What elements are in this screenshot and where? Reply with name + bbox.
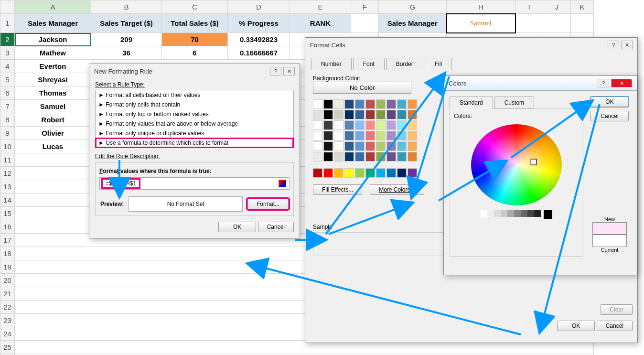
color-swatch[interactable] bbox=[386, 152, 396, 161]
ok-button[interactable]: OK bbox=[218, 222, 256, 232]
cell-F1[interactable] bbox=[351, 14, 379, 33]
color-swatch[interactable] bbox=[313, 152, 322, 161]
help-icon[interactable]: ? bbox=[270, 67, 281, 75]
color-swatch[interactable] bbox=[376, 110, 386, 119]
color-swatch[interactable] bbox=[344, 141, 354, 151]
color-swatch[interactable] bbox=[365, 120, 375, 130]
color-swatch[interactable] bbox=[386, 141, 396, 151]
color-swatch[interactable] bbox=[355, 120, 365, 130]
cell-B3[interactable]: 36 bbox=[91, 46, 162, 60]
col-header-B[interactable]: B bbox=[91, 0, 162, 14]
color-swatch[interactable] bbox=[376, 141, 386, 151]
color-swatch[interactable] bbox=[344, 131, 354, 140]
color-swatch[interactable] bbox=[313, 110, 322, 119]
rule-type-item-selected[interactable]: ► Use a formula to determine which cells… bbox=[96, 138, 293, 148]
color-swatch[interactable] bbox=[323, 99, 333, 109]
row-header-3[interactable]: 3 bbox=[0, 46, 15, 60]
row-header-4[interactable]: 4 bbox=[0, 60, 15, 73]
rule-type-list[interactable]: ► Format all cells based on their values… bbox=[95, 90, 294, 148]
cancel-button[interactable]: Cancel bbox=[597, 321, 633, 331]
color-swatch[interactable] bbox=[365, 110, 375, 119]
row-header-10[interactable]: 10 bbox=[0, 140, 15, 153]
cell-E1[interactable]: RANK bbox=[290, 14, 351, 33]
color-swatch[interactable] bbox=[408, 99, 417, 109]
cell-K1[interactable] bbox=[571, 14, 594, 33]
color-swatch[interactable] bbox=[344, 110, 354, 119]
color-swatch[interactable] bbox=[344, 99, 354, 109]
color-swatch[interactable] bbox=[313, 120, 322, 130]
color-swatch[interactable] bbox=[397, 120, 407, 130]
col-header-K[interactable]: K bbox=[571, 0, 594, 14]
color-swatch[interactable] bbox=[334, 141, 343, 151]
color-swatch[interactable] bbox=[408, 131, 417, 140]
ok-button[interactable]: OK bbox=[590, 97, 629, 107]
color-swatch[interactable] bbox=[397, 152, 407, 161]
row-header-1[interactable]: 1 bbox=[0, 14, 15, 33]
grayscale-strip[interactable] bbox=[454, 210, 579, 219]
tab-font[interactable]: Font bbox=[353, 58, 385, 70]
format-button[interactable]: Format... bbox=[247, 199, 289, 209]
clear-button[interactable]: Clear bbox=[601, 304, 633, 315]
color-swatch[interactable] bbox=[334, 168, 343, 178]
row-header-2[interactable]: 2 bbox=[0, 33, 15, 46]
col-header-D[interactable]: D bbox=[228, 0, 290, 14]
cell-A8[interactable]: Robert bbox=[15, 113, 91, 127]
color-swatch[interactable] bbox=[355, 141, 365, 151]
cell-A4[interactable]: Everton bbox=[15, 60, 91, 73]
color-swatch[interactable] bbox=[408, 152, 417, 161]
color-swatch[interactable] bbox=[397, 168, 407, 178]
color-swatch[interactable] bbox=[323, 141, 333, 151]
corner-cell[interactable] bbox=[0, 0, 15, 14]
color-swatch[interactable] bbox=[397, 99, 407, 109]
row-header-6[interactable]: 6 bbox=[0, 86, 15, 100]
color-swatch[interactable] bbox=[397, 141, 407, 151]
color-swatch[interactable] bbox=[334, 131, 343, 140]
color-swatch[interactable] bbox=[408, 168, 417, 178]
color-swatch[interactable] bbox=[365, 131, 375, 140]
color-swatch[interactable] bbox=[408, 141, 417, 151]
cell-G1[interactable]: Sales Manager bbox=[379, 14, 447, 33]
color-swatch[interactable] bbox=[386, 99, 396, 109]
row-header-9[interactable]: 9 bbox=[0, 127, 15, 140]
cell-A7[interactable]: Samuel bbox=[15, 100, 91, 113]
color-swatch[interactable] bbox=[376, 131, 386, 140]
color-swatch[interactable] bbox=[355, 99, 365, 109]
col-header-F[interactable]: F bbox=[351, 0, 379, 14]
cell-I1[interactable] bbox=[515, 14, 543, 33]
color-swatch[interactable] bbox=[313, 131, 322, 140]
tab-number[interactable]: Number bbox=[311, 58, 352, 70]
rule-type-item[interactable]: ► Format only unique or duplicate values bbox=[96, 129, 293, 138]
color-swatch[interactable] bbox=[386, 120, 396, 130]
tab-custom[interactable]: Custom bbox=[494, 97, 534, 109]
row-header-8[interactable]: 8 bbox=[0, 113, 15, 127]
fill-effects-button[interactable]: Fill Effects... bbox=[313, 184, 362, 195]
rule-type-item[interactable]: ► Format all cells based on their values bbox=[96, 90, 293, 100]
cell-A2[interactable]: Jackson bbox=[15, 33, 91, 46]
cell-B2[interactable]: 209 bbox=[91, 33, 162, 46]
more-colors-button[interactable]: More Colors... bbox=[370, 184, 424, 195]
cell-D3[interactable]: 0.16666667 bbox=[228, 46, 290, 60]
color-swatch[interactable] bbox=[334, 110, 343, 119]
col-header-E[interactable]: E bbox=[290, 0, 351, 14]
color-swatch[interactable] bbox=[376, 99, 386, 109]
tab-fill[interactable]: Fill bbox=[425, 58, 452, 70]
cell-B1[interactable]: Sales Target ($) bbox=[91, 14, 162, 33]
cell-A9[interactable]: Olivier bbox=[15, 127, 91, 140]
cell-A5[interactable]: Shreyasi bbox=[15, 73, 91, 86]
color-swatch[interactable] bbox=[355, 131, 365, 140]
cancel-button[interactable]: Cancel bbox=[590, 111, 629, 121]
cell-A10[interactable]: Lucas bbox=[15, 140, 91, 153]
color-swatch[interactable] bbox=[376, 168, 386, 178]
color-swatch[interactable] bbox=[365, 168, 375, 178]
col-header-H[interactable]: H bbox=[447, 0, 515, 14]
color-swatch[interactable] bbox=[365, 99, 375, 109]
cell-C1[interactable]: Total Sales ($) bbox=[162, 14, 228, 33]
color-swatch[interactable] bbox=[386, 131, 396, 140]
help-icon[interactable]: ? bbox=[598, 79, 609, 87]
color-swatch[interactable] bbox=[323, 152, 333, 161]
tab-standard[interactable]: Standard bbox=[450, 97, 493, 109]
cell-D1[interactable]: % Progress bbox=[228, 14, 290, 33]
ok-button[interactable]: OK bbox=[557, 321, 595, 331]
color-swatch[interactable] bbox=[386, 168, 396, 178]
rule-type-item[interactable]: ► Format only top or bottom ranked value… bbox=[96, 109, 293, 119]
